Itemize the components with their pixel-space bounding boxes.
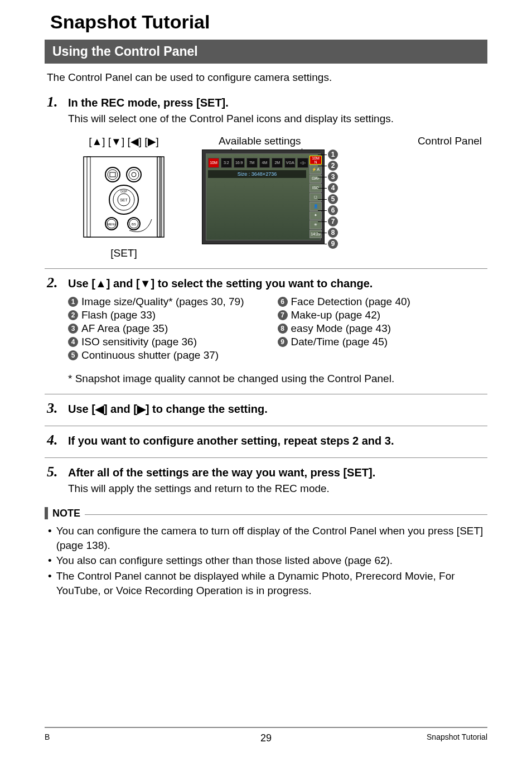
t: Use [: [68, 403, 95, 415]
up-triangle-icon: ▲: [95, 277, 107, 290]
note-item: You also can configure settings other th…: [48, 553, 487, 568]
strip-item: 16:9: [234, 158, 245, 168]
note-block: NOTE You can configure the camera to tur…: [45, 507, 487, 597]
list-item: 2Flash (page 33): [68, 309, 244, 321]
num-badge: 3: [68, 324, 78, 334]
t: ] and [: [104, 403, 137, 415]
t: ] and [: [107, 277, 140, 290]
side-item: ◻: [309, 193, 322, 202]
callout-num: 4: [328, 183, 338, 193]
note-text: You also can configure settings other th…: [56, 553, 393, 568]
step-3: 3. Use [◀] and [▶] to change the setting…: [45, 400, 487, 417]
svg-rect-2: [157, 157, 161, 237]
step-num: 1.: [47, 94, 62, 110]
num-badge: 9: [278, 337, 288, 347]
step-num: 5.: [47, 464, 62, 480]
list-label: ISO sensitivity (page 36): [81, 336, 197, 348]
list-label: Face Detection (page 40): [291, 296, 410, 308]
list-label: easy Mode (page 43): [291, 322, 391, 335]
list-item: 4ISO sensitivity (page 36): [68, 336, 244, 348]
section-heading: Using the Control Panel: [45, 40, 487, 64]
intro-text: The Control Panel can be used to configu…: [47, 71, 487, 84]
list-item: 5Continuous shutter (page 37): [68, 349, 244, 361]
footnote: * Snapshot image quality cannot be chang…: [68, 373, 487, 385]
strip-item: VGA: [284, 158, 296, 168]
callout-num: 5: [328, 194, 338, 204]
list-item: 3AF Area (page 35): [68, 322, 244, 335]
list-item: 9Date/Time (page 45): [278, 336, 410, 348]
step-title: If you want to configure another setting…: [68, 435, 394, 447]
strip-item: 10M: [208, 158, 219, 168]
list-item: 8easy Mode (page 43): [278, 322, 410, 335]
right-triangle-icon: ▶: [137, 403, 146, 415]
side-item: 👤: [309, 202, 322, 211]
num-badge: 5: [68, 350, 78, 360]
num-badge: 7: [278, 310, 288, 320]
figure-screen: Available settings Control Panel 10M 3:2…: [202, 135, 487, 259]
t: ] to select the setting you want to chan…: [151, 277, 373, 290]
num-badge: 8: [278, 324, 288, 334]
list-label: Make-up (page 42): [291, 309, 381, 321]
svg-point-11: [132, 172, 136, 177]
svg-rect-0: [84, 157, 164, 237]
step-1: 1. In the REC mode, press [SET]. This wi…: [45, 94, 487, 259]
num-badge: 6: [278, 297, 288, 307]
step-title: In the REC mode, press [SET].: [68, 97, 229, 109]
side-item: ✦: [309, 211, 322, 220]
t: ] to change the setting.: [146, 403, 268, 415]
svg-text:MENU: MENU: [108, 223, 116, 226]
list-item: 7Make-up (page 42): [278, 309, 410, 321]
strip-item: 3:2: [221, 158, 232, 168]
list-label: Date/Time (page 45): [291, 336, 388, 348]
num-badge: 2: [68, 310, 78, 320]
callout-num: 9: [328, 239, 338, 249]
figure-row: [▲] [▼] [◀] [▶] SET DISP: [68, 135, 487, 259]
divider: [45, 457, 487, 458]
svg-rect-1: [87, 157, 90, 237]
svg-point-10: [129, 170, 139, 180]
svg-point-7: [108, 170, 118, 180]
note-bar-icon: [45, 507, 48, 519]
svg-text:SET: SET: [120, 198, 128, 202]
num-badge: 4: [68, 337, 78, 347]
step-num: 3.: [47, 400, 62, 417]
note-text: You can configure the camera to turn off…: [56, 524, 487, 552]
list-label: Flash (page 33): [81, 309, 156, 321]
list-label: Continuous shutter (page 37): [81, 349, 219, 361]
available-settings-label: Available settings: [219, 135, 301, 147]
step-title: Use [◀] and [▶] to change the setting.: [68, 402, 268, 416]
side-item: ⚡A: [309, 165, 322, 174]
list-label: Image size/Quality* (pages 30, 79): [81, 296, 244, 308]
step-subtext: This will apply the settings and return …: [68, 483, 487, 495]
step-5: 5. After all of the settings are the way…: [45, 464, 487, 495]
step-subtext: This will select one of the Control Pane…: [68, 113, 487, 125]
side-item: 14:29: [309, 230, 322, 239]
num-badge: 1: [68, 297, 78, 307]
callout-num: 7: [328, 216, 338, 226]
divider: [45, 394, 487, 394]
set-label: [SET]: [68, 247, 180, 259]
svg-rect-8: [110, 172, 115, 177]
strip-item: 4M: [259, 158, 270, 168]
divider: [45, 268, 487, 269]
side-item: 10M N: [309, 156, 322, 165]
list-item: 6Face Detection (page 40): [278, 296, 410, 308]
note-label: NOTE: [52, 508, 80, 519]
page-footer: B 29 Snapshot Tutorial: [45, 727, 487, 741]
step-4: 4. If you want to configure another sett…: [45, 432, 487, 449]
list-label: AF Area (page 35): [81, 322, 168, 335]
screen-caption: Size : 3648×2736: [208, 170, 306, 178]
settings-list: 1Image size/Quality* (pages 30, 79) 2Fla…: [68, 296, 487, 363]
svg-text:BS: BS: [132, 223, 136, 226]
side-item: ⊡AF: [309, 175, 322, 184]
strip-item: 2M: [272, 158, 283, 168]
screen-illustration: 10M 3:2 16:9 7M 4M 2M VGA ◁▷ Size : 3648…: [202, 150, 325, 244]
callout-num: 2: [328, 161, 338, 171]
strip-item: 7M: [246, 158, 258, 168]
step-title: Use [▲] and [▼] to select the setting yo…: [68, 277, 373, 290]
step-num: 4.: [47, 432, 62, 449]
camera-back-illustration: SET DISP MENU BS: [79, 152, 168, 242]
callout-num: 8: [328, 228, 338, 238]
figure-camera-back: [▲] [▼] [◀] [▶] SET DISP: [68, 135, 180, 259]
footer-page-number: 29: [45, 732, 487, 744]
